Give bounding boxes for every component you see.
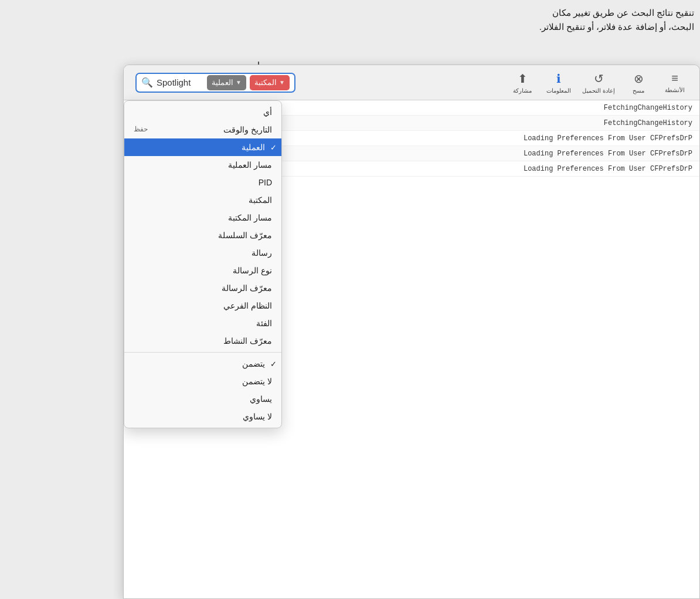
dropdown-item-label: معرّف النشاط bbox=[223, 336, 272, 346]
dropdown-item-label: لا يساوي bbox=[243, 412, 272, 421]
toolbar-btn-reload[interactable]: ↺ إعادة التحميل bbox=[582, 72, 615, 94]
dropdown-item-subsystem[interactable]: معرّف السلسلة bbox=[124, 226, 281, 244]
filter-tag-process[interactable]: العملية ▼ bbox=[207, 75, 246, 90]
dropdown-item-label: PID bbox=[259, 178, 272, 187]
reload-label: إعادة التحميل bbox=[582, 87, 615, 94]
dropdown-item-label: يتضمن bbox=[242, 359, 265, 368]
dropdown-item-activity-id[interactable]: معرّف النشاط bbox=[124, 332, 281, 350]
search-text: Spotlight bbox=[157, 77, 203, 87]
dropdown-separator bbox=[124, 352, 281, 353]
dropdown-item-label: لا يتضمن bbox=[242, 377, 272, 386]
share-label: مشاركة bbox=[513, 87, 532, 94]
share-icon: ⬆ bbox=[518, 72, 528, 86]
info-icon: ℹ bbox=[556, 72, 561, 86]
dropdown-item-label: مسار المكتبة bbox=[228, 213, 272, 222]
dropdown-item-label: أي bbox=[263, 107, 272, 117]
filter-dropdown: أي التاريخ والوقت حفظ ✓ العملية مسار الع… bbox=[124, 100, 282, 428]
activities-label: الأنشطة bbox=[665, 87, 685, 93]
dropdown-item-message-id[interactable]: معرّف الرسالة bbox=[124, 279, 281, 297]
dropdown-item-label: الفئة bbox=[256, 319, 272, 328]
log-content: Loading Preferences From User CFPrefsDrP bbox=[524, 134, 692, 143]
toolbar-btn-activities[interactable]: ≡ الأنشطة bbox=[662, 72, 688, 93]
dropdown-item-label: مسار العملية bbox=[228, 160, 272, 170]
dropdown-item-category[interactable]: الفئة bbox=[124, 314, 281, 332]
dropdown-item-subsys2[interactable]: النظام الفرعي bbox=[124, 297, 281, 314]
filter-tag-library[interactable]: المكتبة ▼ bbox=[250, 75, 290, 90]
log-content: Loading Preferences From User CFPrefsDrP bbox=[524, 165, 692, 173]
clear-icon: ⊗ bbox=[634, 72, 644, 86]
toolbar-left: 🔍 Spotlight العملية ▼ المكتبة ▼ bbox=[135, 73, 509, 93]
dropdown-item-datetime[interactable]: التاريخ والوقت حفظ bbox=[124, 121, 281, 138]
dropdown-item-not-equals[interactable]: لا يساوي bbox=[124, 408, 281, 425]
dropdown-item-label: نوع الرسالة bbox=[233, 266, 272, 275]
dropdown-item-pid[interactable]: PID bbox=[124, 174, 281, 191]
toolbar-btn-clear[interactable]: ⊗ مسح bbox=[626, 72, 651, 94]
dropdown-item-label: المكتبة bbox=[249, 195, 272, 205]
dropdown-item-label: معرّف السلسلة bbox=[218, 231, 272, 240]
log-content: FetchingChangeHistory bbox=[604, 104, 692, 112]
dropdown-item-label: يساوي bbox=[250, 394, 272, 404]
toolbar-right: ⬆ مشاركة ℹ المعلومات ↺ إعادة التحميل ⊗ م… bbox=[509, 72, 688, 94]
toolbar-btn-share[interactable]: ⬆ مشاركة bbox=[509, 72, 535, 94]
info-label: المعلومات bbox=[546, 87, 571, 94]
filter-library-label: المكتبة bbox=[254, 78, 277, 87]
dropdown-item-message-type[interactable]: نوع الرسالة bbox=[124, 262, 281, 279]
filter-process-chevron: ▼ bbox=[236, 79, 242, 86]
dropdown-item-equals[interactable]: يساوي bbox=[124, 390, 281, 408]
dropdown-item-label: النظام الفرعي bbox=[223, 301, 272, 310]
dropdown-item-any[interactable]: أي bbox=[124, 103, 281, 121]
annotation-text: تنقيح نتائج البحث عن طريق تغيير مكان الب… bbox=[539, 6, 694, 34]
search-bar: 🔍 Spotlight العملية ▼ المكتبة ▼ bbox=[135, 73, 295, 93]
reload-icon: ↺ bbox=[594, 72, 604, 86]
check-icon: ✓ bbox=[270, 143, 277, 152]
filter-library-chevron: ▼ bbox=[279, 79, 285, 86]
activities-icon: ≡ bbox=[671, 72, 678, 85]
app-window: 🔍 Spotlight العملية ▼ المكتبة ▼ ⬆ مشاركة bbox=[123, 65, 700, 599]
toolbar-btn-info[interactable]: ℹ المعلومات bbox=[546, 72, 572, 94]
dropdown-item-label: رسالة bbox=[252, 248, 272, 258]
datetime-shortcut: حفظ bbox=[134, 125, 148, 133]
dropdown-item-label: معرّف الرسالة bbox=[222, 283, 272, 293]
search-icon: 🔍 bbox=[141, 77, 153, 88]
dropdown-item-label: العملية bbox=[242, 143, 265, 152]
dropdown-item-library[interactable]: المكتبة bbox=[124, 191, 281, 209]
content-area: FetchingChangeHistory FetchingChangeHist… bbox=[124, 100, 699, 598]
check-icon: ✓ bbox=[270, 360, 277, 368]
dropdown-item-process[interactable]: ✓ العملية bbox=[124, 138, 281, 156]
dropdown-item-library-path[interactable]: مسار المكتبة bbox=[124, 209, 281, 226]
filter-process-label: العملية bbox=[212, 78, 233, 87]
dropdown-item-process-path[interactable]: مسار العملية bbox=[124, 156, 281, 174]
clear-label: مسح bbox=[633, 87, 644, 94]
log-content: FetchingChangeHistory bbox=[604, 119, 692, 127]
dropdown-item-label: التاريخ والوقت bbox=[223, 125, 272, 134]
dropdown-item-message[interactable]: رسالة bbox=[124, 244, 281, 262]
log-content: Loading Preferences From User CFPrefsDrP bbox=[524, 150, 692, 158]
toolbar: 🔍 Spotlight العملية ▼ المكتبة ▼ ⬆ مشاركة bbox=[124, 65, 699, 100]
dropdown-item-contains[interactable]: ✓ يتضمن bbox=[124, 355, 281, 373]
dropdown-item-not-contains[interactable]: لا يتضمن bbox=[124, 373, 281, 390]
